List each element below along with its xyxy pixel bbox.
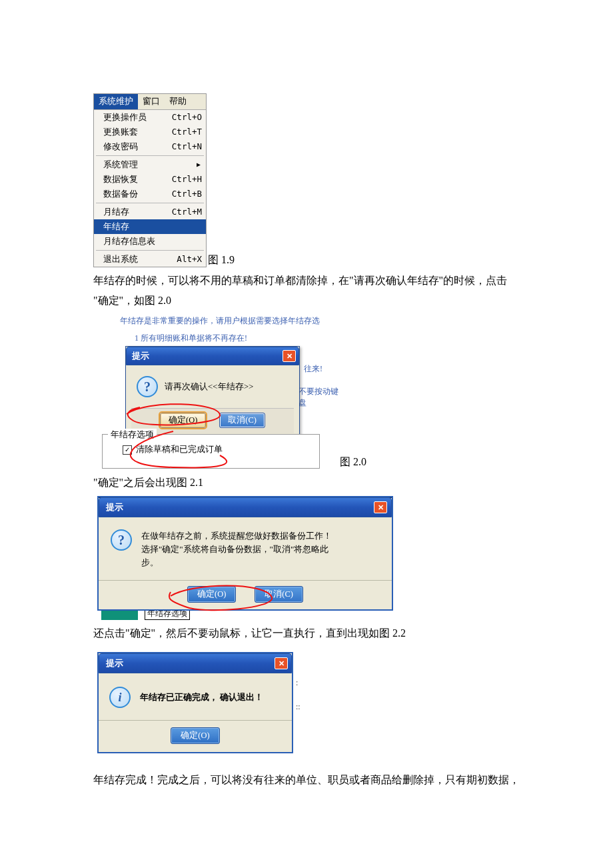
paragraph-2: "确定"之后会出现图 2.1 xyxy=(93,473,520,492)
caption-2-0: 图 2.0 xyxy=(340,455,366,469)
year-close-options-group: 年结存选项 ✓ 清除草稿和已完成订单 xyxy=(102,434,320,469)
done-dialog: 提示 ✕ i 年结存已正确完成， 确认退出！ 确定(O) xyxy=(97,652,293,753)
ok-button[interactable]: 确定(O) xyxy=(187,586,236,603)
paragraph-1b: "确定"，如图 2.0 xyxy=(93,291,520,310)
dialog-title: 提示 xyxy=(106,657,123,669)
menubar-help[interactable]: 帮助 xyxy=(165,94,191,109)
cancel-button[interactable]: 取消(C) xyxy=(255,586,303,603)
question-icon: ? xyxy=(111,529,132,551)
group-box-legend: 年结存选项 xyxy=(108,429,157,441)
menu-item[interactable]: 更换账套Ctrl+T xyxy=(94,125,206,139)
close-icon[interactable]: ✕ xyxy=(374,501,387,513)
dialog-message: 年结存已正确完成， 确认退出！ xyxy=(140,691,263,703)
close-icon[interactable]: ✕ xyxy=(283,350,296,362)
backup-dialog: 提示 ✕ ? 在做年结存之前，系统提醒您做好数据备份工作！ 选择"确定"系统将自… xyxy=(97,496,393,611)
menu-item[interactable]: 月结存Ctrl+M xyxy=(94,205,206,219)
dialog-title: 提示 xyxy=(132,350,149,362)
paragraph-1a: 年结存的时候，可以将不用的草稿和订单都清除掉，在"请再次确认年结存"的时候，点击 xyxy=(93,271,520,290)
confirm-dialog-1: 提示 ✕ ? 请再次确认<<年结存>> 确定(O) 取消(C) xyxy=(125,346,300,438)
cancel-button[interactable]: 取消(C) xyxy=(219,413,265,428)
menu-item[interactable]: 数据备份Ctrl+B xyxy=(94,187,206,201)
menubar-window[interactable]: 窗口 xyxy=(138,94,165,109)
menubar: 系统维护 窗口 帮助 xyxy=(94,94,206,110)
menu-item[interactable]: 修改密码Ctrl+N xyxy=(94,139,206,154)
chevron-right-icon: ▶ xyxy=(197,159,202,171)
menu-item[interactable]: 数据恢复Ctrl+H xyxy=(94,172,206,187)
menu-item[interactable]: 更换操作员Ctrl+O xyxy=(94,110,206,125)
bg-text-1: 年结存是非常重要的操作，请用户根据需要选择年结存选 xyxy=(120,314,320,327)
menu-item[interactable]: 年结存 xyxy=(94,219,206,234)
paragraph-3: 还点击"确定"，然后不要动鼠标，让它一直执行，直到出现如图 2.2 xyxy=(93,624,520,643)
bg-text-4: 不要按动键盘 xyxy=(299,386,340,409)
clear-drafts-checkbox[interactable]: ✓ xyxy=(123,445,132,455)
question-icon: ? xyxy=(137,376,158,397)
menu-item[interactable]: 月结存信息表 xyxy=(94,234,206,249)
bg-text-3: 往来! xyxy=(304,363,322,375)
close-icon[interactable]: ✕ xyxy=(275,657,288,669)
menu-item[interactable]: 系统管理▶ xyxy=(94,157,206,172)
info-icon: i xyxy=(109,687,131,708)
side-marks: ::: xyxy=(296,671,301,753)
bg-text-2: 1 所有明细账和单据将不再存在! xyxy=(135,331,320,345)
menu-item[interactable]: 退出系统Alt+X xyxy=(94,252,206,267)
ok-button[interactable]: 确定(O) xyxy=(160,413,206,428)
dialog-message: 请再次确认<<年结存>> xyxy=(165,381,253,393)
caption-1-9: 图 1.9 xyxy=(208,253,235,267)
menubar-system[interactable]: 系统维护 xyxy=(94,94,138,109)
paragraph-4: 年结存完成！完成之后，可以将没有往来的单位、职员或者商品给删除掉，只有期初数据， xyxy=(93,771,520,789)
figure-2-0: 年结存是非常重要的操作，请用户根据需要选择年结存选 1 所有明细账和单据将不再存… xyxy=(100,314,340,469)
dialog-message: 在做年结存之前，系统提醒您做好数据备份工作！ 选择"确定"系统将自动备份数据，"… xyxy=(141,529,332,569)
ok-button[interactable]: 确定(O) xyxy=(171,727,219,744)
dialog-title: 提示 xyxy=(106,501,123,513)
checkbox-label: 清除草稿和已完成订单 xyxy=(136,444,223,455)
menu-dropdown: 系统维护 窗口 帮助 更换操作员Ctrl+O更换账套Ctrl+T修改密码Ctrl… xyxy=(93,93,207,267)
